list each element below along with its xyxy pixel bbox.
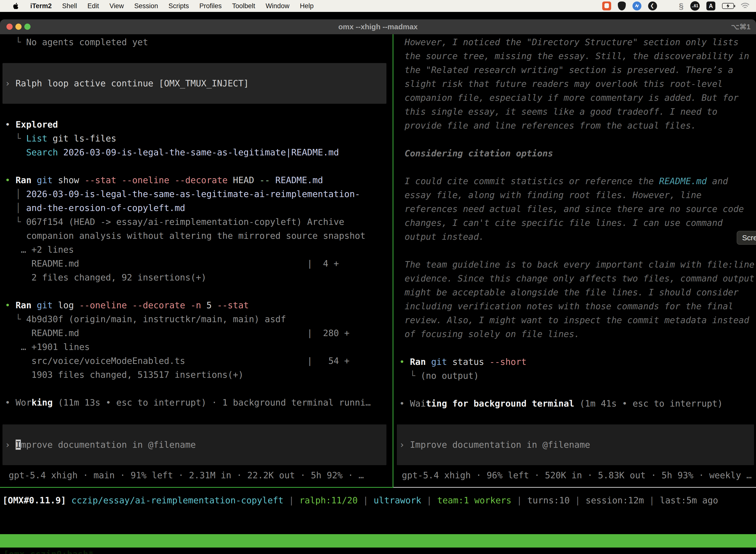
terminal-line: evidence. Since this change only affects… bbox=[399, 272, 756, 285]
terminal-line: might be acceptable alongside the file l… bbox=[399, 285, 756, 299]
text-segment: Wor bbox=[16, 397, 32, 407]
terminal-line: However, I noticed the "Directory Struct… bbox=[399, 35, 756, 49]
status-segment: cczip/essay/ai-reimplementation-copyleft bbox=[71, 495, 284, 505]
terminal-line: └ No agents completed yet bbox=[5, 35, 393, 49]
terminal-line: • Ran git status --short bbox=[399, 355, 756, 369]
terminal-line: review. Also, I might want to inspect th… bbox=[399, 313, 756, 327]
window-title: omx --xhigh --madmax bbox=[0, 19, 756, 34]
terminal-line bbox=[399, 160, 756, 174]
terminal-line: └ 4b9d30f (origin/main, instructkr/main,… bbox=[5, 312, 393, 326]
text-segment: references need actual files, and since … bbox=[399, 204, 744, 214]
terminal-line: of focusing solely on file lines. bbox=[399, 327, 756, 341]
text-segment: HEAD bbox=[228, 175, 259, 185]
text-segment: git bbox=[37, 175, 53, 185]
menu-item-toolbelt[interactable]: Toolbelt bbox=[232, 2, 255, 10]
terminal-line bbox=[5, 159, 393, 173]
wifi-icon[interactable] bbox=[741, 2, 750, 9]
terminal-line: including verification notes with those … bbox=[399, 299, 756, 313]
status-segment: ralph:11/20 bbox=[299, 495, 358, 505]
prompt-input-left[interactable]: › Improve documentation in @filename bbox=[2, 425, 386, 465]
menu-item-profiles[interactable]: Profiles bbox=[199, 2, 222, 10]
text-segment: 4b9d30f (origin/main, instructkr/main, m… bbox=[26, 314, 286, 324]
s-hook-icon[interactable]: § bbox=[679, 1, 684, 11]
status-segment: ultrawork bbox=[374, 495, 421, 505]
text-segment: I could cite commit statistics or refere… bbox=[399, 176, 659, 186]
menu-item-help[interactable]: Help bbox=[300, 2, 314, 10]
pane-divider[interactable] bbox=[393, 34, 393, 488]
counter-badge-icon[interactable]: ..61 bbox=[690, 1, 700, 11]
text-segment: • bbox=[5, 175, 16, 185]
terminal-line bbox=[5, 284, 393, 298]
text-segment: output instead. bbox=[399, 232, 484, 242]
text-segment: the "Related research writing" section i… bbox=[399, 65, 734, 75]
text-segment: └ bbox=[5, 217, 26, 227]
text-segment: • bbox=[5, 119, 16, 129]
text-segment: of focusing solely on file lines. bbox=[399, 329, 580, 339]
menu-item-view[interactable]: View bbox=[109, 2, 124, 10]
text-segment: • bbox=[5, 397, 16, 407]
keyboard-maestro-icon[interactable] bbox=[648, 1, 657, 10]
text-segment: Ran bbox=[410, 357, 426, 367]
menu-item-scripts[interactable]: Scripts bbox=[169, 2, 189, 10]
prompt-chevron: › bbox=[399, 440, 410, 450]
text-segment: Ran bbox=[16, 175, 32, 185]
text-segment: README.md bbox=[270, 175, 323, 185]
text-segment: Considering citation options bbox=[399, 148, 553, 158]
pane-border-active bbox=[0, 487, 393, 488]
terminal-pane-left[interactable]: └ No agents completed yet › Ralph loop a… bbox=[0, 34, 393, 487]
menu-item-shell[interactable]: Shell bbox=[62, 2, 77, 10]
prompt-placeholder: Improve documentation in @filename bbox=[410, 440, 590, 450]
menu-item-edit[interactable]: Edit bbox=[87, 2, 99, 10]
terminal-line bbox=[5, 382, 393, 396]
text-segment bbox=[426, 357, 431, 367]
menu-item-iterm2[interactable]: iTerm2 bbox=[30, 2, 52, 10]
dots-grid-icon[interactable] bbox=[664, 2, 672, 10]
status-segment: turns:10 bbox=[527, 495, 570, 505]
battery-icon[interactable] bbox=[722, 3, 734, 9]
text-segment: log bbox=[53, 300, 79, 310]
tmux-session-name: [omx-cczip0:bash* bbox=[3, 548, 93, 554]
status-segment: | bbox=[644, 495, 660, 505]
terminal-pane-right[interactable]: However, I noticed the "Directory Struct… bbox=[393, 34, 756, 487]
terminal-line: changes, I can't cite specific file line… bbox=[399, 216, 756, 230]
blue-badge-icon[interactable] bbox=[632, 1, 641, 10]
text-segment: The team guideline is to back every impo… bbox=[399, 259, 755, 270]
terminal-line: references need actual files, and since … bbox=[399, 202, 756, 216]
screen-share-overlay: Scre bbox=[737, 231, 756, 245]
terminal-line: companion file, especially if more comme… bbox=[399, 91, 756, 105]
terminal-line: The team guideline is to back every impo… bbox=[399, 258, 756, 272]
text-segment: src/voice/voiceModeEnabled.ts | 54 + bbox=[5, 356, 350, 366]
text-segment: evidence. Since this change only affects… bbox=[399, 273, 755, 283]
terminal-line: └ (no output) bbox=[399, 369, 756, 383]
menu-item-window[interactable]: Window bbox=[266, 2, 290, 10]
text-segment: this single essay, it seems like a good … bbox=[399, 107, 717, 117]
terminal-line: output instead. bbox=[399, 230, 756, 244]
text-segment: might be acceptable alongside the file l… bbox=[399, 287, 739, 297]
text-segment: --stat --oneline --decorate bbox=[84, 175, 228, 185]
status-segment: session:12m bbox=[586, 495, 644, 505]
status-segment: last:5m ago bbox=[660, 495, 718, 505]
terminal-line: │ 2026-03-09-is-legal-the-same-as-legiti… bbox=[5, 187, 393, 201]
apple-menu-icon[interactable] bbox=[13, 2, 20, 10]
prompt-placeholder: mprove documentation in @filename bbox=[21, 440, 196, 450]
text-segment: Search bbox=[26, 147, 58, 157]
text-segment: review. Also, I might want to inspect th… bbox=[399, 315, 749, 325]
menu-item-session[interactable]: Session bbox=[134, 2, 158, 10]
window-title-bar: omx --xhigh --madmax ⌥⌘1 bbox=[0, 19, 756, 34]
terminal-line: • Waiting for background terminal (1m 41… bbox=[399, 397, 756, 410]
text-segment: • bbox=[399, 357, 410, 367]
text-segment bbox=[5, 147, 26, 157]
shield-grid-icon[interactable] bbox=[618, 1, 626, 10]
prompt-input-right[interactable]: › Improve documentation in @filename bbox=[397, 425, 754, 465]
text-segment: and-the-erosion-of-copyleft.md bbox=[26, 203, 185, 213]
text-segment: However, I noticed the "Directory Struct… bbox=[399, 37, 739, 47]
text-segment: 5 bbox=[206, 300, 217, 310]
chat-bubble-icon[interactable] bbox=[602, 1, 611, 10]
text-segment: README.md bbox=[659, 176, 707, 186]
input-source-icon[interactable]: A bbox=[706, 1, 715, 10]
terminal-line bbox=[5, 104, 393, 118]
text-segment: … +2 lines bbox=[5, 244, 74, 255]
text-segment: └ bbox=[5, 314, 26, 324]
text-segment: └ bbox=[5, 133, 26, 144]
text-segment: and bbox=[707, 176, 728, 186]
